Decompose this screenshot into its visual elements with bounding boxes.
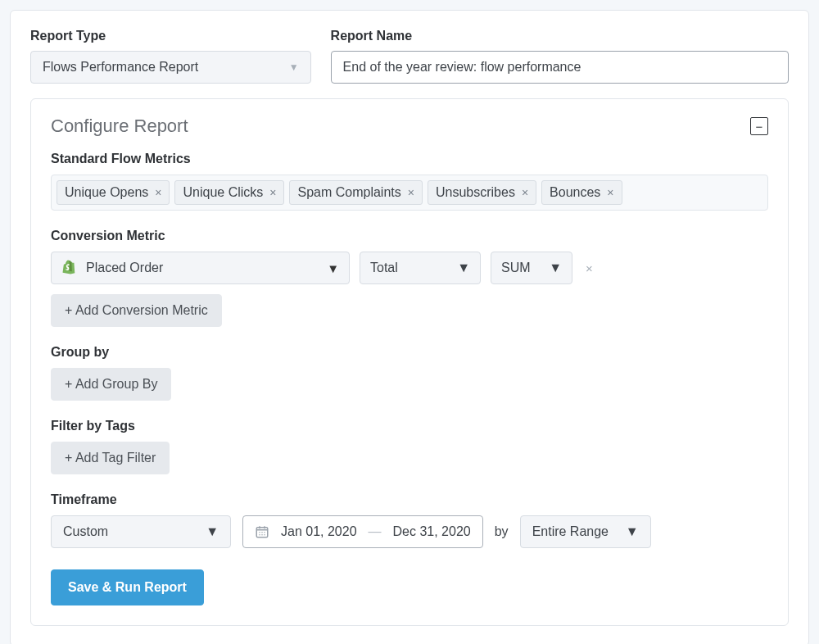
add-tag-filter-button[interactable]: + Add Tag Filter — [51, 442, 170, 474]
configure-report-panel: Configure Report − Standard Flow Metrics… — [30, 98, 789, 626]
date-separator: — — [369, 524, 382, 539]
date-end: Dec 31, 2020 — [393, 524, 471, 539]
add-group-by-button[interactable]: + Add Group By — [51, 368, 171, 401]
metric-tag: Spam Complaints × — [289, 180, 422, 205]
metric-tag: Unique Clicks × — [174, 180, 284, 205]
chevron-down-icon: ▼ — [457, 261, 470, 275]
svg-point-8 — [261, 534, 263, 536]
report-type-label: Report Type — [30, 29, 311, 43]
remove-tag-icon[interactable]: × — [155, 186, 161, 199]
conversion-aggregate1-select[interactable]: Total ▼ — [360, 252, 481, 284]
conversion-aggregate1-value: Total — [370, 261, 398, 275]
metric-tag-label: Unsubscribes — [436, 185, 515, 200]
report-name-field: Report Name — [331, 29, 789, 84]
add-conversion-metric-button[interactable]: + Add Conversion Metric — [51, 294, 222, 327]
remove-tag-icon[interactable]: × — [269, 186, 276, 199]
metric-tag-label: Unique Clicks — [183, 185, 263, 200]
chevron-down-icon: ▼ — [327, 261, 339, 275]
remove-tag-icon[interactable]: × — [522, 186, 528, 199]
date-start: Jan 01, 2020 — [281, 524, 357, 539]
standard-metrics-label: Standard Flow Metrics — [51, 152, 768, 166]
metric-tag-label: Bounces — [550, 185, 600, 200]
svg-point-7 — [259, 534, 260, 536]
save-run-report-button[interactable]: Save & Run Report — [51, 569, 204, 605]
chevron-down-icon: ▼ — [549, 261, 562, 275]
standard-metrics-tags[interactable]: Unique Opens × Unique Clicks × Spam Comp… — [51, 175, 768, 211]
date-range-picker[interactable]: Jan 01, 2020 — Dec 31, 2020 — [242, 515, 483, 548]
calendar-icon — [255, 524, 269, 539]
conversion-metric-section: Conversion Metric Placed Order ▼ — [51, 229, 768, 327]
minus-icon: − — [756, 120, 763, 133]
top-row: Report Type Flows Performance Report ▼ R… — [30, 29, 789, 84]
svg-point-9 — [264, 534, 265, 536]
timeframe-range-select[interactable]: Entire Range ▼ — [520, 515, 651, 548]
timeframe-row: Custom ▼ — [51, 515, 768, 548]
report-type-field: Report Type Flows Performance Report ▼ — [30, 29, 311, 84]
svg-point-6 — [264, 532, 265, 533]
report-builder-card: Report Type Flows Performance Report ▼ R… — [10, 10, 809, 644]
conversion-aggregate2-value: SUM — [501, 261, 531, 275]
standard-metrics-section: Standard Flow Metrics Unique Opens × Uni… — [51, 152, 768, 211]
timeframe-section: Timeframe Custom ▼ — [51, 492, 768, 548]
timeframe-label: Timeframe — [51, 492, 768, 507]
conversion-metric-select[interactable]: Placed Order ▼ — [51, 252, 350, 284]
filter-by-tags-label: Filter by Tags — [51, 419, 768, 433]
chevron-down-icon: ▼ — [626, 524, 639, 539]
svg-point-5 — [261, 532, 263, 533]
timeframe-range-value: Entire Range — [532, 524, 609, 539]
timeframe-mode-select[interactable]: Custom ▼ — [51, 515, 231, 548]
report-type-select[interactable]: Flows Performance Report ▼ — [30, 51, 311, 84]
group-by-label: Group by — [51, 345, 768, 360]
svg-point-4 — [259, 532, 260, 533]
metric-tag: Unique Opens × — [57, 180, 170, 205]
timeframe-mode-value: Custom — [63, 524, 108, 539]
shopify-icon — [60, 259, 78, 277]
remove-conversion-icon[interactable]: × — [582, 261, 596, 275]
report-name-label: Report Name — [331, 29, 789, 43]
configure-header: Configure Report − — [51, 116, 768, 137]
configure-title: Configure Report — [51, 116, 188, 137]
group-by-section: Group by + Add Group By — [51, 345, 768, 401]
report-type-value: Flows Performance Report — [43, 60, 198, 75]
metric-tag-label: Unique Opens — [65, 185, 148, 200]
metric-tag: Bounces × — [541, 180, 622, 205]
chevron-down-icon: ▼ — [289, 61, 299, 73]
report-name-input[interactable] — [331, 51, 789, 84]
conversion-metric-label: Conversion Metric — [51, 229, 768, 243]
conversion-metric-value: Placed Order — [86, 261, 327, 275]
collapse-button[interactable]: − — [750, 117, 768, 135]
chevron-down-icon: ▼ — [206, 524, 219, 539]
by-label: by — [495, 524, 509, 539]
conversion-aggregate2-select[interactable]: SUM ▼ — [491, 252, 572, 284]
metric-tag-label: Spam Complaints — [297, 185, 400, 200]
remove-tag-icon[interactable]: × — [408, 186, 414, 199]
filter-by-tags-section: Filter by Tags + Add Tag Filter — [51, 419, 768, 474]
metric-tag: Unsubscribes × — [428, 180, 536, 205]
conversion-metric-row: Placed Order ▼ Total ▼ SUM ▼ × — [51, 252, 768, 284]
remove-tag-icon[interactable]: × — [607, 186, 613, 199]
